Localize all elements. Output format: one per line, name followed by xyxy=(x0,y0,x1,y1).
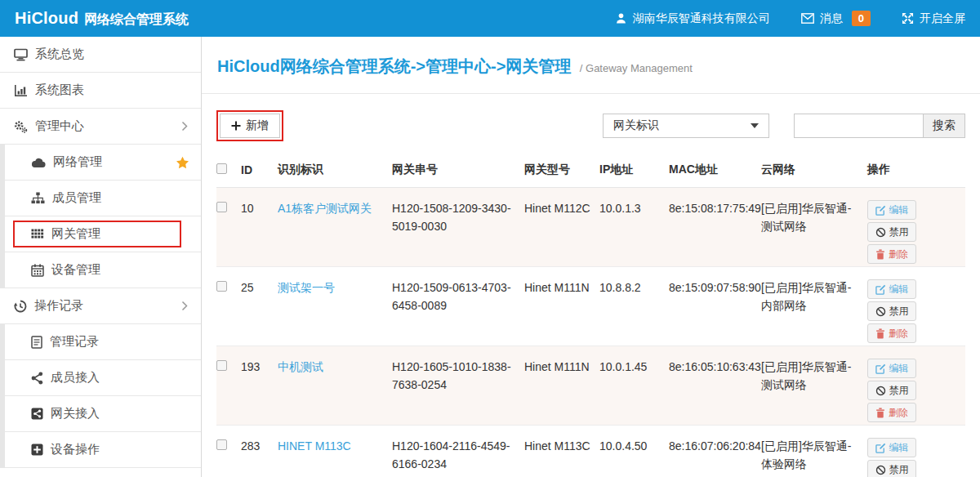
edit-button[interactable]: 编辑 xyxy=(867,438,916,457)
sidebar-item-label: 设备管理 xyxy=(51,262,100,278)
breadcrumb: HiCloud网络综合管理系统->管理中心->网关管理 / Gateway Ma… xyxy=(202,37,980,94)
cell-model: Hinet M112C xyxy=(524,188,599,267)
edit-button[interactable]: 编辑 xyxy=(867,279,916,299)
document-icon xyxy=(31,336,42,349)
sidebar-item-gateway-access[interactable]: 网关接入 xyxy=(5,396,201,432)
plus-icon xyxy=(231,121,241,131)
row-checkbox[interactable] xyxy=(216,202,227,212)
operation-logs-submenu: 管理记录 成员接入 网关接入 设备操作 xyxy=(0,324,201,468)
cell-id: 10 xyxy=(241,188,278,267)
sidebar-item-system-charts[interactable]: 系统图表 xyxy=(0,73,201,109)
table-row: 10 A1栋客户测试网关 H120-1508-1209-3430-5019-00… xyxy=(216,188,965,267)
sidebar-item-device-operations[interactable]: 设备操作 xyxy=(5,432,201,468)
brand-subtitle: 网络综合管理系统 xyxy=(84,11,189,29)
sidebar-item-member-management[interactable]: 成员管理 xyxy=(5,181,201,216)
cloud-icon xyxy=(31,157,46,168)
gateway-name-link[interactable]: HINET M113C xyxy=(278,439,351,452)
cell-serial: H120-1509-0613-4703-6458-0089 xyxy=(392,267,524,346)
sidebar-item-label: 网关接入 xyxy=(51,406,100,421)
gateway-table: ID 识别标识 网关串号 网关型号 IP地址 MAC地址 云网络 操作 10 A… xyxy=(216,154,965,477)
cell-network: [已启用]华辰智通-内部网络 xyxy=(761,267,867,346)
page-title: HiCloud网络综合管理系统->管理中心->网关管理 xyxy=(217,57,571,75)
edit-label: 编辑 xyxy=(889,282,909,297)
sidebar-item-label: 操作记录 xyxy=(34,298,83,314)
gateway-name-link[interactable]: 中机测试 xyxy=(278,360,323,373)
cell-serial: H120-1508-1209-3430-5019-0030 xyxy=(392,188,524,267)
sidebar-item-system-overview[interactable]: 系统总览 xyxy=(0,37,201,73)
edit-button[interactable]: 编辑 xyxy=(867,359,916,378)
sidebar-item-operation-logs[interactable]: 操作记录 xyxy=(0,288,201,324)
ban-icon xyxy=(875,306,886,317)
select-all-checkbox[interactable] xyxy=(216,163,227,174)
cell-ip: 10.8.8.2 xyxy=(599,267,669,346)
gateway-name-link[interactable]: A1栋客户测试网关 xyxy=(278,202,372,215)
filter-dropdown[interactable]: 网关标识 xyxy=(603,114,769,138)
share-icon xyxy=(31,372,43,385)
bar-chart-icon xyxy=(14,84,28,97)
disable-button[interactable]: 禁用 xyxy=(867,381,916,400)
desktop-icon xyxy=(14,48,28,61)
cell-mac: 8e:15:08:17:75:49 xyxy=(669,188,761,267)
edit-icon xyxy=(875,284,886,295)
ban-icon xyxy=(875,386,886,396)
sidebar-item-label: 管理中心 xyxy=(35,118,84,134)
search-button[interactable]: 搜索 xyxy=(923,114,965,138)
sidebar-item-management-center[interactable]: 管理中心 xyxy=(0,109,201,145)
disable-label: 禁用 xyxy=(889,462,909,477)
grid-icon xyxy=(31,229,44,239)
topbar: HiCloud 网络综合管理系统 湖南华辰智通科技有限公司 消息 0 开启全屏 xyxy=(0,0,980,37)
delete-label: 删除 xyxy=(889,247,908,262)
cell-mac: 8e:16:07:06:20:84 xyxy=(669,426,761,477)
edit-label: 编辑 xyxy=(889,440,909,456)
delete-button[interactable]: 删除 xyxy=(867,403,916,422)
delete-button[interactable]: 删除 xyxy=(867,323,916,343)
chevron-right-icon xyxy=(181,301,188,311)
table-row: 193 中机测试 H120-1605-1010-1838-7638-0254 H… xyxy=(216,346,965,426)
trash-icon xyxy=(875,328,885,339)
disable-label: 禁用 xyxy=(889,304,909,319)
cell-id: 25 xyxy=(241,267,278,346)
user-icon xyxy=(615,12,627,25)
cell-serial: H120-1605-1010-1838-7638-0254 xyxy=(392,346,524,426)
sidebar-item-member-access[interactable]: 成员接入 xyxy=(5,360,201,396)
filter-selected-value: 网关标识 xyxy=(613,118,659,133)
sidebar-item-label: 系统图表 xyxy=(35,82,84,98)
add-button[interactable]: 新增 xyxy=(220,114,280,138)
sidebar-item-management-logs[interactable]: 管理记录 xyxy=(5,324,201,360)
disable-button[interactable]: 禁用 xyxy=(867,222,916,242)
app-logo: HiCloud 网络综合管理系统 xyxy=(15,9,189,29)
disable-button[interactable]: 禁用 xyxy=(867,460,916,477)
delete-button[interactable]: 删除 xyxy=(867,244,916,264)
messages-menu[interactable]: 消息 0 xyxy=(801,11,871,26)
fullscreen-button[interactable]: 开启全屏 xyxy=(902,11,965,26)
row-checkbox[interactable] xyxy=(216,360,227,371)
disable-label: 禁用 xyxy=(889,383,909,399)
sidebar-item-label: 成员管理 xyxy=(52,190,101,206)
company-menu[interactable]: 湖南华辰智通科技有限公司 xyxy=(615,11,770,26)
cell-model: Hinet M111N xyxy=(524,346,599,426)
star-icon[interactable] xyxy=(176,156,189,169)
sidebar-item-device-management[interactable]: 设备管理 xyxy=(5,252,201,288)
cell-serial: H120-1604-2116-4549-6166-0234 xyxy=(392,426,524,477)
trash-icon xyxy=(875,249,885,260)
cell-id: 283 xyxy=(241,426,278,477)
edit-button[interactable]: 编辑 xyxy=(867,200,916,220)
edit-icon xyxy=(875,205,886,216)
fullscreen-label: 开启全屏 xyxy=(920,11,965,26)
sidebar-item-gateway-management[interactable]: 网关管理 xyxy=(5,216,201,252)
disable-button[interactable]: 禁用 xyxy=(867,301,916,321)
gateway-name-link[interactable]: 测试架一号 xyxy=(278,281,335,294)
cell-ip: 10.0.1.3 xyxy=(599,188,669,267)
row-checkbox[interactable] xyxy=(216,439,227,450)
cell-mac: 8e:16:05:10:63:43 xyxy=(669,346,761,426)
header-mac: MAC地址 xyxy=(669,154,761,188)
sidebar-item-network-management[interactable]: 网络管理 xyxy=(5,145,201,181)
edit-label: 编辑 xyxy=(889,361,909,377)
search-input[interactable] xyxy=(794,114,923,138)
gears-icon xyxy=(14,120,28,133)
trash-icon xyxy=(875,408,885,418)
header-network: 云网络 xyxy=(761,154,867,188)
header-model: 网关型号 xyxy=(524,154,599,188)
table-row: 283 HINET M113C H120-1604-2116-4549-6166… xyxy=(216,426,965,477)
row-checkbox[interactable] xyxy=(216,281,227,292)
